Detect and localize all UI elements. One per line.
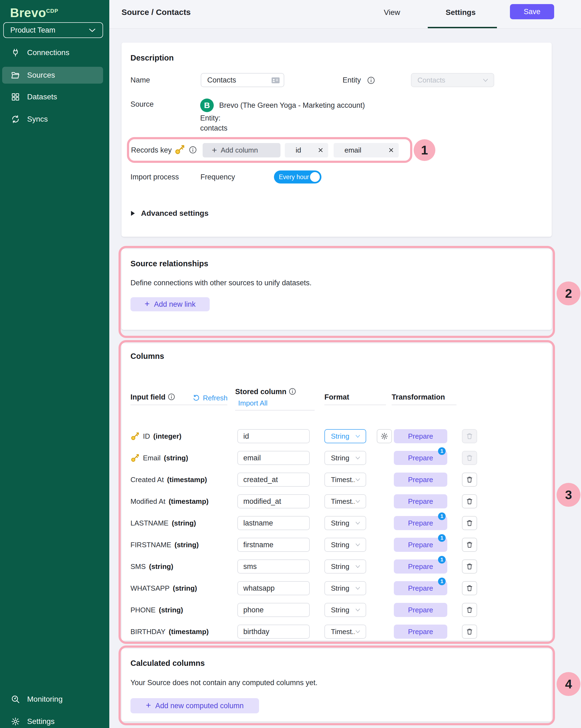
prepare-button[interactable]: Prepare [394, 473, 447, 487]
refresh-link[interactable]: Refresh [193, 394, 227, 402]
format-select[interactable]: String [324, 516, 366, 530]
delete-column-button[interactable] [462, 538, 477, 552]
remove-chip-icon[interactable] [388, 148, 394, 153]
transformation-count-badge: 1 [438, 534, 446, 542]
stored-column-input[interactable] [237, 625, 310, 639]
source-relationships-card: Source relationships Define connections … [121, 249, 552, 330]
tab-settings[interactable]: Settings [446, 8, 475, 17]
calculated-columns-empty-text: Your Source does not contain any compute… [131, 679, 317, 687]
sidebar-item-monitoring[interactable]: Monitoring [2, 691, 103, 708]
sidebar-item-datasets[interactable]: Datasets [2, 88, 103, 105]
prepare-button[interactable]: Prepare [394, 625, 447, 639]
sidebar-item-label: Settings [27, 717, 55, 726]
table-row: PHONE(string) String Prepare [121, 599, 552, 621]
table-row: BIRTHDAY(timestamp) Timest... Prepare [121, 621, 552, 643]
format-select[interactable]: String [324, 603, 366, 617]
format-select[interactable]: String [324, 538, 366, 552]
tab-view[interactable]: View [384, 8, 400, 17]
delete-column-button [462, 429, 477, 443]
prepare-button[interactable]: Prepare1 [394, 560, 447, 574]
name-label: Name [131, 76, 150, 84]
format-select[interactable]: Timest... [324, 494, 366, 509]
chevron-down-icon [355, 630, 361, 633]
advanced-settings-toggle[interactable]: Advanced settings [131, 209, 209, 218]
import-process-label: Import process [131, 173, 179, 181]
calculated-columns-title: Calculated columns [131, 659, 205, 668]
format-select[interactable]: String [324, 429, 366, 443]
prepare-button[interactable]: Prepare1 [394, 538, 447, 552]
source-value: Brevo (The Green Yoga - Marketing accoun… [219, 101, 365, 110]
calculated-columns-card: Calculated columns Your Source does not … [121, 649, 552, 722]
records-key-chip: id [285, 143, 328, 157]
info-icon[interactable] [288, 388, 296, 395]
stored-column-input[interactable] [237, 473, 310, 487]
delete-column-button[interactable] [462, 625, 477, 639]
prepare-button[interactable]: Prepare [394, 429, 447, 443]
plus-icon: + [144, 299, 150, 309]
stored-column-input[interactable] [237, 494, 310, 509]
stored-column-input[interactable] [237, 429, 310, 443]
stored-column-input[interactable] [237, 603, 310, 617]
format-select[interactable]: String [324, 560, 366, 574]
trash-icon [466, 476, 473, 484]
stored-column-input[interactable] [237, 581, 310, 595]
sidebar-item-sources[interactable]: Sources [2, 67, 103, 84]
trash-icon [466, 628, 473, 635]
delete-column-button[interactable] [462, 494, 477, 509]
delete-column-button[interactable] [462, 516, 477, 530]
stored-column-input[interactable] [237, 516, 310, 530]
format-select[interactable]: Timest... [324, 625, 366, 639]
prepare-button[interactable]: Prepare [394, 494, 447, 509]
prepare-button[interactable]: Prepare1 [394, 516, 447, 530]
stored-column-input[interactable] [237, 451, 310, 465]
plus-icon: + [146, 700, 151, 710]
remove-chip-icon[interactable] [318, 148, 323, 153]
format-select[interactable]: String [324, 581, 366, 595]
import-all-link[interactable]: Import All [238, 399, 268, 408]
input-field-label: FIRSTNAME(string) [131, 541, 199, 549]
header-stored-column: Stored column [235, 388, 296, 396]
prepare-button[interactable]: Prepare [394, 603, 447, 617]
format-select[interactable]: Timest... [324, 473, 366, 487]
table-row: FIRSTNAME(string) String Prepare1 [121, 534, 552, 556]
chevron-down-icon [355, 608, 361, 612]
chevron-down-icon [88, 28, 96, 32]
add-computed-column-button[interactable]: + Add new computed column [131, 698, 259, 713]
gear-icon [11, 717, 20, 726]
stored-column-input[interactable] [237, 538, 310, 552]
chevron-down-icon [355, 521, 361, 525]
sidebar-item-settings[interactable]: Settings [2, 713, 103, 728]
team-selector[interactable]: Product Team [3, 22, 103, 38]
info-icon[interactable] [189, 146, 197, 154]
delete-column-button[interactable] [462, 560, 477, 574]
delete-column-button[interactable] [462, 581, 477, 595]
save-button[interactable]: Save [510, 4, 554, 19]
chevron-down-icon [482, 78, 489, 82]
info-icon[interactable] [168, 393, 175, 401]
description-title: Description [131, 53, 174, 62]
delete-column-button[interactable] [462, 473, 477, 487]
prepare-button[interactable]: Prepare1 [394, 451, 447, 465]
chevron-down-icon [355, 543, 361, 547]
logo-cdp-suffix: CDP [46, 8, 58, 14]
format-select[interactable]: String [324, 451, 366, 465]
sidebar-item-syncs[interactable]: Syncs [2, 111, 103, 128]
trash-icon [466, 584, 473, 592]
source-identity: B Brevo (The Green Yoga - Marketing acco… [200, 99, 365, 112]
info-icon[interactable] [367, 76, 375, 84]
add-column-label: Add column [221, 146, 258, 154]
frequency-toggle[interactable]: Every hour [274, 171, 322, 183]
header-underline [324, 405, 386, 405]
add-new-link-button[interactable]: + Add new link [131, 297, 210, 311]
plus-icon: + [212, 145, 217, 155]
format-settings-button[interactable] [377, 429, 392, 443]
add-column-button[interactable]: + Add column [203, 143, 280, 157]
prepare-button[interactable]: Prepare1 [394, 581, 447, 595]
delete-column-button[interactable] [462, 603, 477, 617]
transformation-count-badge: 1 [438, 578, 446, 585]
sidebar-item-connections[interactable]: Connections [2, 44, 103, 61]
stored-column-input[interactable] [237, 560, 310, 574]
entity-label: Entity [342, 76, 361, 84]
sidebar-item-label: Datasets [27, 93, 57, 101]
source-relationships-description: Define connections with other sources to… [131, 279, 312, 287]
